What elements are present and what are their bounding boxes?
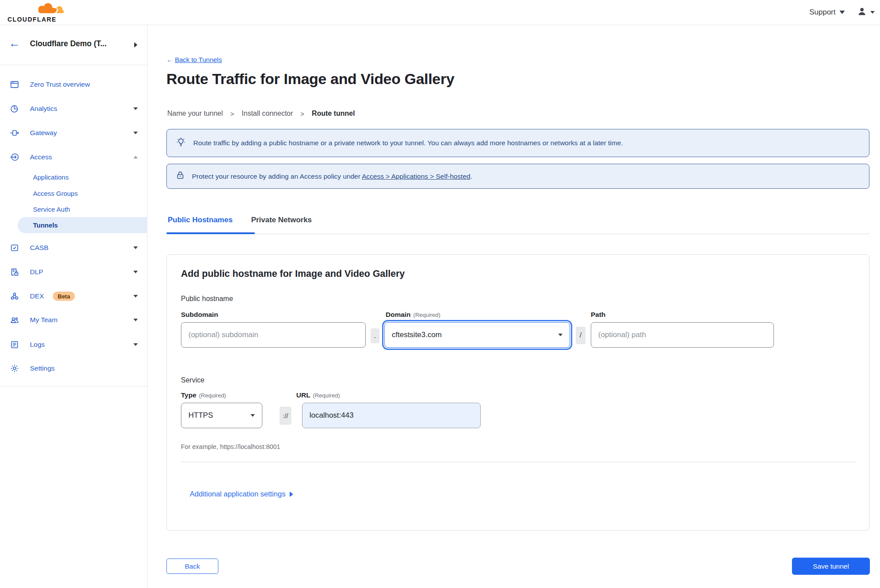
overview-icon bbox=[9, 80, 20, 89]
scheme-separator: :// bbox=[280, 407, 291, 425]
chevron-down-icon bbox=[133, 343, 138, 346]
back-arrow-icon: ← bbox=[166, 56, 173, 63]
sidebar-item-label: Zero Trust overview bbox=[30, 81, 90, 88]
url-label-text: URL bbox=[296, 391, 310, 399]
info-banner-text: Route traffic by adding a public hostnam… bbox=[193, 139, 623, 147]
sidebar-item-label: Gateway bbox=[30, 129, 57, 137]
logs-icon bbox=[9, 340, 20, 349]
lightbulb-icon bbox=[176, 137, 186, 149]
chevron-right-icon bbox=[290, 492, 293, 497]
url-label: URL(Required) bbox=[296, 391, 340, 399]
sidebar-subitem-label: Service Auth bbox=[33, 206, 70, 213]
cloudflare-wordmark: CLOUDFLARE bbox=[7, 16, 56, 23]
chevron-down-icon bbox=[133, 107, 138, 110]
domain-label-text: Domain bbox=[386, 311, 411, 318]
divider bbox=[0, 386, 147, 386]
sidebar-item-label: Analytics bbox=[30, 105, 57, 113]
subdomain-input[interactable] bbox=[181, 322, 366, 348]
team-switcher[interactable]: ← Cloudflare Demo (T... bbox=[0, 25, 147, 65]
divider bbox=[181, 462, 855, 462]
user-avatar-icon bbox=[857, 7, 867, 18]
breadcrumb-separator: > bbox=[230, 110, 234, 118]
step-route-tunnel: Route tunnel bbox=[312, 110, 355, 118]
access-policy-banner: Protect your resource by adding an Acces… bbox=[166, 164, 869, 189]
sidebar-subitem-label: Tunnels bbox=[33, 221, 58, 229]
back-to-tunnels-link[interactable]: ← Back to Tunnels bbox=[166, 56, 222, 63]
sidebar-item-access-groups[interactable]: Access Groups bbox=[0, 185, 147, 201]
type-label: Type(Required) bbox=[181, 391, 226, 399]
domain-selected-value: cftestsite3.com bbox=[392, 331, 442, 339]
support-label: Support bbox=[809, 8, 836, 17]
back-button[interactable]: Back bbox=[166, 559, 218, 574]
dot-separator: . bbox=[371, 328, 379, 343]
service-url-input[interactable] bbox=[302, 403, 481, 428]
sidebar-item-service-auth[interactable]: Service Auth bbox=[0, 201, 147, 217]
url-example-hint: For example, https://localhost:8001 bbox=[181, 443, 280, 450]
sidebar-item-settings[interactable]: Settings bbox=[0, 356, 147, 380]
type-label-text: Type bbox=[181, 391, 196, 399]
path-input[interactable] bbox=[591, 322, 774, 348]
account-menu[interactable] bbox=[857, 7, 875, 18]
sidebar-item-dex[interactable]: DEX Beta bbox=[0, 284, 147, 308]
settings-gear-icon bbox=[9, 364, 20, 373]
cloudflare-logo[interactable]: CLOUDFLARE bbox=[7, 2, 70, 24]
sidebar-item-dlp[interactable]: DLP bbox=[0, 260, 147, 284]
support-menu[interactable]: Support bbox=[809, 8, 845, 17]
sidebar-item-logs[interactable]: Logs bbox=[0, 333, 147, 356]
sidebar-item-label: Logs bbox=[30, 341, 45, 349]
access-applications-self-hosted-link[interactable]: Access > Applications > Self-hosted bbox=[362, 173, 470, 180]
type-selected-value: HTTPS bbox=[188, 411, 213, 420]
sidebar-item-label: Access bbox=[30, 153, 52, 161]
dlp-icon bbox=[9, 267, 20, 277]
path-label: Path bbox=[591, 311, 606, 319]
sidebar-item-casb[interactable]: CASB bbox=[0, 236, 147, 260]
chevron-down-icon bbox=[133, 271, 138, 273]
sidebar-item-label: DLP bbox=[30, 268, 43, 276]
service-type-select[interactable]: HTTPS bbox=[181, 403, 262, 428]
tab-private-networks[interactable]: Private Networks bbox=[250, 216, 313, 224]
back-link-label: Back to Tunnels bbox=[175, 56, 222, 63]
chevron-down-icon bbox=[870, 11, 875, 14]
hostname-card: Add public hostname for Image and Video … bbox=[166, 254, 869, 531]
chevron-down-icon bbox=[250, 414, 255, 417]
chevron-up-icon bbox=[133, 156, 138, 158]
sidebar-item-tunnels[interactable]: Tunnels bbox=[0, 217, 147, 233]
info-banner: Route traffic by adding a public hostnam… bbox=[166, 129, 869, 157]
sidebar-item-zero-trust-overview[interactable]: Zero Trust overview bbox=[0, 73, 147, 96]
sidebar-item-label: CASB bbox=[30, 244, 48, 252]
save-tunnel-button[interactable]: Save tunnel bbox=[792, 558, 870, 575]
sidebar-item-label: My Team bbox=[30, 316, 58, 324]
step-name-your-tunnel: Name your tunnel bbox=[167, 110, 223, 118]
subdomain-label: Subdomain bbox=[181, 311, 218, 319]
app-window: CLOUDFLARE Support ← Cloudflare Demo (T.… bbox=[0, 0, 880, 588]
access-icon bbox=[9, 152, 20, 162]
analytics-icon bbox=[9, 104, 20, 114]
main-content: ← Back to Tunnels Route Traffic for Imag… bbox=[147, 25, 880, 588]
sidebar-subitem-label: Applications bbox=[33, 173, 69, 181]
team-icon bbox=[9, 315, 20, 325]
sidebar-item-my-team[interactable]: My Team bbox=[0, 308, 147, 332]
tab-bar: Public Hostnames Private Networks bbox=[166, 216, 313, 224]
required-hint: (Required) bbox=[199, 392, 226, 399]
sidebar-item-label: Settings bbox=[30, 364, 55, 372]
service-section-label: Service bbox=[181, 376, 204, 384]
active-tab-underline bbox=[166, 232, 255, 234]
dex-icon bbox=[9, 291, 20, 301]
sidebar-item-gateway[interactable]: Gateway bbox=[0, 121, 147, 145]
chevron-down-icon bbox=[133, 246, 138, 249]
chevron-right-icon[interactable] bbox=[134, 42, 137, 48]
breadcrumb: Name your tunnel > Install connector > R… bbox=[167, 110, 355, 118]
page-title: Route Traffic for Image and Video Galler… bbox=[166, 70, 454, 88]
additional-settings-label: Additional application settings bbox=[190, 490, 285, 498]
sidebar-item-analytics[interactable]: Analytics bbox=[0, 97, 147, 121]
sidebar-item-applications[interactable]: Applications bbox=[0, 169, 147, 185]
team-name: Cloudflare Demo (T... bbox=[30, 39, 107, 48]
required-hint: (Required) bbox=[413, 312, 440, 318]
domain-select[interactable]: cftestsite3.com bbox=[384, 322, 570, 348]
back-arrow-icon[interactable]: ← bbox=[9, 37, 20, 49]
gateway-icon bbox=[9, 128, 20, 138]
access-banner-suffix: . bbox=[470, 173, 472, 180]
sidebar-item-access[interactable]: Access bbox=[0, 145, 147, 169]
additional-application-settings-link[interactable]: Additional application settings bbox=[190, 490, 293, 498]
tab-public-hostnames[interactable]: Public Hostnames bbox=[166, 216, 234, 224]
